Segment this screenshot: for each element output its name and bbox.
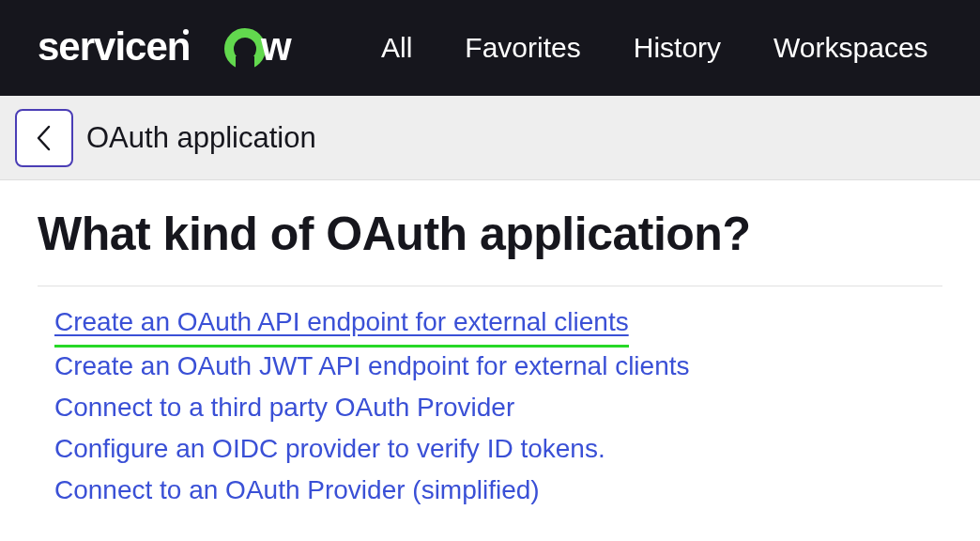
svg-text:servicen: servicen [38,28,190,68]
chevron-left-icon [36,125,53,151]
nav-item-history[interactable]: History [634,32,721,64]
breadcrumb-title: OAuth application [86,121,316,155]
option-connect-oauth-provider-simplified[interactable]: Connect to an OAuth Provider (simplified… [54,470,540,511]
option-configure-oidc-provider[interactable]: Configure an OIDC provider to verify ID … [54,428,605,470]
servicenow-logo-icon: servicen w [38,28,327,68]
nav-item-favorites[interactable]: Favorites [465,32,580,64]
option-create-oauth-jwt-api-endpoint[interactable]: Create an OAuth JWT API endpoint for ext… [54,346,690,387]
top-nav-bar: servicen w All Favorites History Workspa… [0,0,980,96]
svg-rect-2 [236,56,254,68]
nav-items: All Favorites History Workspaces [381,32,928,64]
servicenow-logo[interactable]: servicen w [38,28,327,68]
nav-item-workspaces[interactable]: Workspaces [773,32,928,64]
option-connect-third-party-oauth-provider[interactable]: Connect to a third party OAuth Provider [54,387,514,428]
breadcrumb-bar: OAuth application [0,96,980,180]
options-list: Create an OAuth API endpoint for externa… [38,286,942,511]
main-content: What kind of OAuth application? Create a… [0,180,980,511]
option-create-oauth-api-endpoint[interactable]: Create an OAuth API endpoint for externa… [54,301,629,348]
svg-point-4 [183,29,189,35]
back-button[interactable] [15,109,73,167]
nav-item-all[interactable]: All [381,32,412,64]
svg-text:w: w [260,28,292,68]
page-heading: What kind of OAuth application? [38,207,942,286]
